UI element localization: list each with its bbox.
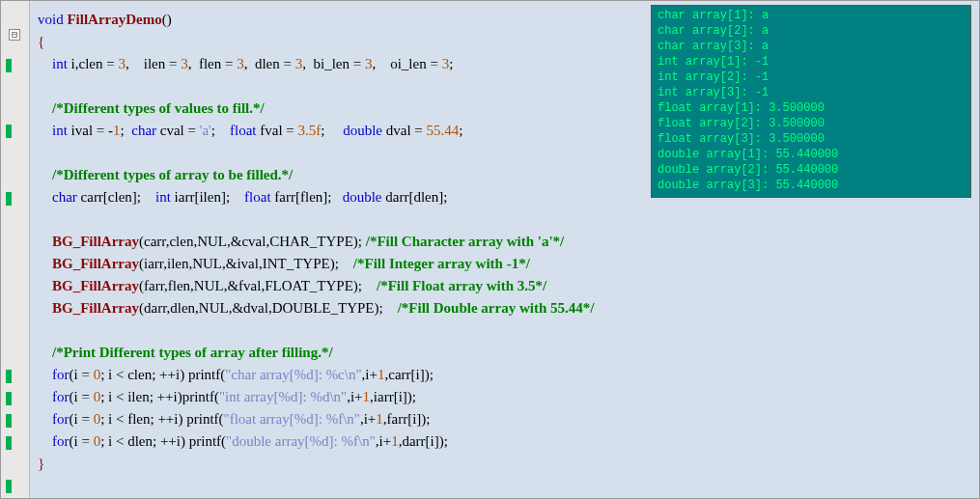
code-token: ; [321,123,343,138]
bookmark-icon[interactable] [6,192,12,206]
code-token: FillArrayDemo [67,12,161,27]
code-token: ,i+ [376,433,391,449]
code-token: darr[dlen]; [382,189,448,205]
code-token: , bi_len = [302,56,365,71]
bookmark-icon[interactable] [6,392,12,405]
code-token: ; [121,123,132,138]
code-token: ,iarr[i]); [370,389,416,404]
code-token: , ilen = [126,56,181,71]
code-token: 3.5f [298,123,322,138]
bookmark-icon[interactable] [6,370,12,383]
code-token: ; i < ilen; ++i)printf( [100,389,219,404]
code-token: ; i < flen; ++i) printf( [100,411,223,427]
code-token: ,darr[i]); [399,433,448,449]
code-token: (farr,flen,NUL,&fval,FLOAT_TYPE); [139,278,377,293]
code-token: BG_FillArray [52,234,139,249]
code-line[interactable]: for(i = 0; i < dlen; ++i) printf("double… [38,430,979,453]
code-token: ,i+ [362,367,378,382]
code-token: /*Fill Integer array with -1*/ [353,256,530,271]
code-token: /*Different types of array to be filled.… [52,167,293,182]
code-token: ,carr[i]); [384,367,433,382]
code-token: /*Different types of values to fill.*/ [52,100,265,116]
code-token: int [155,189,171,205]
code-token: 1 [391,433,399,449]
code-token: BG_FillArray [52,300,139,316]
code-line[interactable]: BG_FillArray(carr,clen,NUL,&cval,CHAR_TY… [38,231,979,253]
code-token: (i = [70,389,94,404]
bookmark-icon[interactable] [6,125,12,138]
bookmark-icon[interactable] [6,436,12,450]
code-token: ,i+ [360,411,376,427]
code-token: int [52,123,68,138]
code-token: "char array[%d]: %c\n" [225,367,361,382]
code-token: void [38,12,64,27]
code-token: 0 [94,389,101,404]
code-token: 3 [237,56,244,71]
code-line[interactable] [38,208,979,231]
code-line[interactable]: for(i = 0; i < clen; ++i) printf("char a… [38,364,979,386]
code-token: double [343,189,382,205]
code-token: for [52,411,70,427]
code-token: 'a' [200,123,211,138]
code-token: /*Print Different types of array after f… [52,345,333,360]
code-token: ; i < clen; ++i) printf( [100,367,225,382]
code-token: ival = - [68,123,113,138]
code-line[interactable]: } [38,453,979,475]
code-token: (darr,dlen,NUL,&dval,DOUBLE_TYPE); [139,300,398,316]
code-token: for [52,389,70,404]
code-token: , dlen = [244,56,295,71]
code-token: cval = [156,123,200,138]
code-token: } [38,456,44,471]
code-token: (iarr,ilen,NUL,&ival,INT_TYPE); [139,256,353,271]
code-token: (i = [70,433,94,449]
code-token: char [52,189,77,205]
code-token: () [162,12,172,27]
code-token: carr[clen]; [77,189,155,205]
code-token: ; [211,123,230,138]
code-line[interactable]: /*Print Different types of array after f… [38,342,979,364]
code-token: dval = [382,123,427,138]
code-token: float [244,189,271,205]
editor-gutter: ⊟ [1,1,30,498]
code-token: 0 [94,367,101,382]
code-token: 3 [118,56,126,71]
code-token: (i = [70,411,94,427]
bookmark-icon[interactable] [6,480,12,493]
code-line[interactable]: for(i = 0; i < ilen; ++i)printf("int arr… [38,386,979,408]
code-token: , flen = [188,56,238,71]
bookmark-icon[interactable] [6,414,12,428]
code-token: int [52,56,68,71]
fold-minus-icon[interactable]: ⊟ [9,29,20,41]
code-token: for [52,367,70,382]
code-editor: ⊟ void FillArrayDemo(){ int i,clen = 3, … [0,0,980,499]
code-token: /*Fill Double array with 55.44*/ [398,300,595,316]
code-token: "int array[%d]: %d\n" [219,389,347,404]
code-line[interactable]: BG_FillArray(iarr,ilen,NUL,&ival,INT_TYP… [38,253,979,275]
code-token: (i = [70,367,94,382]
code-line[interactable]: BG_FillArray(darr,dlen,NUL,&dval,DOUBLE_… [38,297,979,319]
code-token: ; [449,56,453,71]
code-token: "double array[%d]: %f\n" [226,433,376,449]
code-token: farr[flen]; [271,189,343,205]
code-token: /*Fill Character array with 'a'*/ [366,234,565,249]
code-line[interactable] [38,319,979,342]
bookmark-icon[interactable] [6,59,12,72]
code-token: float [230,123,257,138]
code-token: "float array[%d]: %f\n" [224,411,360,427]
output-console: char array[1]: a char array[2]: a char a… [651,5,971,198]
code-token: for [52,433,70,449]
code-token: ; i < dlen; ++i) printf( [100,433,226,449]
code-token: iarr[ilen]; [171,189,244,205]
code-token: (carr,clen,NUL,&cval,CHAR_TYPE); [139,234,366,249]
code-token: char [131,123,156,138]
code-token: i,clen = [68,56,119,71]
code-token: 0 [94,433,101,449]
code-token: 3 [181,56,188,71]
code-token: { [38,34,44,49]
code-line[interactable]: for(i = 0; i < flen; ++i) printf("float … [38,408,979,430]
code-token: double [343,123,382,138]
code-line[interactable]: BG_FillArray(farr,flen,NUL,&fval,FLOAT_T… [38,275,979,297]
code-token: , oi_len = [372,56,441,71]
code-token: BG_FillArray [52,256,139,271]
code-token: 55.44 [427,123,460,138]
